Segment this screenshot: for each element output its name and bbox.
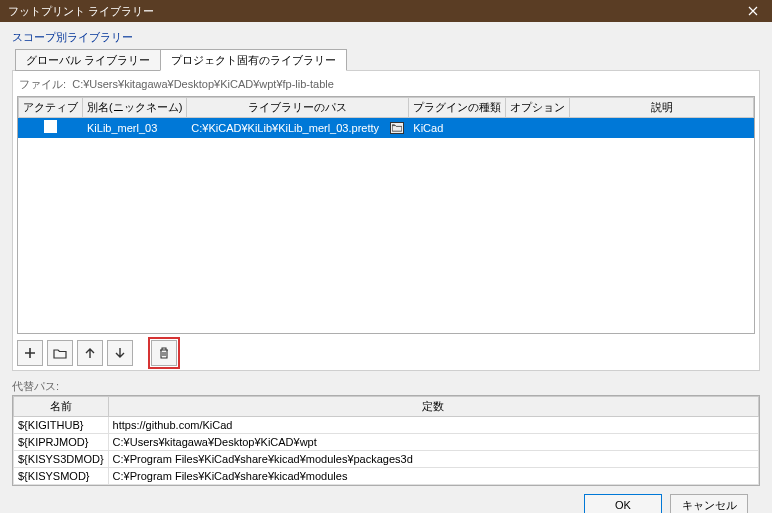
- toolbar: [17, 340, 755, 366]
- tab-project[interactable]: プロジェクト固有のライブラリー: [160, 49, 347, 71]
- cell-nickname[interactable]: KiLib_merl_03: [83, 118, 187, 138]
- substitutions-label: 代替パス:: [12, 379, 760, 394]
- plus-icon: [23, 346, 37, 360]
- tab-row: グローバル ライブラリー プロジェクト固有のライブラリー: [15, 48, 757, 70]
- subs-row: ${KIPRJMOD}C:¥Users¥kitagawa¥Desktop¥KiC…: [14, 434, 759, 451]
- cell-path[interactable]: C:¥KiCAD¥KiLib¥KiLib_merl_03.pretty: [187, 118, 409, 138]
- scope-group-label: スコープ別ライブラリー: [12, 30, 760, 45]
- move-down-button[interactable]: [107, 340, 133, 366]
- subs-name: ${KIPRJMOD}: [14, 434, 109, 451]
- trash-icon: [157, 346, 171, 360]
- subs-value: C:¥Program Files¥KiCad¥share¥kicad¥modul…: [108, 451, 758, 468]
- delete-button[interactable]: [151, 340, 177, 366]
- file-prefix: ファイル:: [19, 78, 66, 90]
- file-path: C:¥Users¥kitagawa¥Desktop¥KiCAD¥wpt¥fp-l…: [72, 78, 334, 90]
- col-options[interactable]: オプション: [506, 98, 570, 118]
- folder-icon: [392, 124, 402, 132]
- cell-options[interactable]: [506, 118, 570, 138]
- browse-button[interactable]: [390, 122, 404, 134]
- subs-value: C:¥Program Files¥KiCad¥share¥kicad¥modul…: [108, 468, 758, 485]
- col-plugin[interactable]: プラグインの種類: [409, 98, 506, 118]
- close-button[interactable]: [734, 0, 772, 22]
- subs-name: ${KISYSMOD}: [14, 468, 109, 485]
- window-title: フットプリント ライブラリー: [8, 4, 154, 19]
- arrow-up-icon: [83, 346, 97, 360]
- close-icon: [748, 6, 758, 16]
- col-active[interactable]: アクティブ: [19, 98, 83, 118]
- subs-value: C:¥Users¥kitagawa¥Desktop¥KiCAD¥wpt: [108, 434, 758, 451]
- subs-row: ${KISYS3DMOD}C:¥Program Files¥KiCad¥shar…: [14, 451, 759, 468]
- ok-button[interactable]: OK: [584, 494, 662, 513]
- tab-global[interactable]: グローバル ライブラリー: [15, 49, 161, 71]
- subs-name: ${KISYS3DMOD}: [14, 451, 109, 468]
- subs-name: ${KIGITHUB}: [14, 417, 109, 434]
- subs-row: ${KIGITHUB}https://github.com/KiCad: [14, 417, 759, 434]
- file-path-line: ファイル: C:¥Users¥kitagawa¥Desktop¥KiCAD¥wp…: [17, 75, 755, 96]
- col-nickname[interactable]: 別名(ニックネーム): [83, 98, 187, 118]
- arrow-down-icon: [113, 346, 127, 360]
- table-header-row: アクティブ 別名(ニックネーム) ライブラリーのパス プラグインの種類 オプショ…: [19, 98, 754, 118]
- cancel-button[interactable]: キャンセル: [670, 494, 748, 513]
- subs-row: ${KISYSMOD}C:¥Program Files¥KiCad¥share¥…: [14, 468, 759, 485]
- active-checkbox[interactable]: [44, 120, 57, 133]
- substitutions-table: 名前 定数 ${KIGITHUB}https://github.com/KiCa…: [12, 395, 760, 486]
- folder-icon: [53, 346, 67, 360]
- library-table[interactable]: アクティブ 別名(ニックネーム) ライブラリーのパス プラグインの種類 オプショ…: [17, 96, 755, 334]
- titlebar: フットプリント ライブラリー: [0, 0, 772, 22]
- col-description[interactable]: 説明: [570, 98, 754, 118]
- subs-col-const: 定数: [108, 397, 758, 417]
- path-text: C:¥KiCAD¥KiLib¥KiLib_merl_03.pretty: [191, 122, 379, 134]
- cell-plugin[interactable]: KiCad: [409, 118, 506, 138]
- open-folder-button[interactable]: [47, 340, 73, 366]
- subs-col-name: 名前: [14, 397, 109, 417]
- cell-description[interactable]: [570, 118, 754, 138]
- dialog-footer: OK キャンセル: [12, 486, 760, 513]
- move-up-button[interactable]: [77, 340, 103, 366]
- table-row[interactable]: KiLib_merl_03 C:¥KiCAD¥KiLib¥KiLib_merl_…: [19, 118, 754, 138]
- subs-value: https://github.com/KiCad: [108, 417, 758, 434]
- add-button[interactable]: [17, 340, 43, 366]
- col-path[interactable]: ライブラリーのパス: [187, 98, 409, 118]
